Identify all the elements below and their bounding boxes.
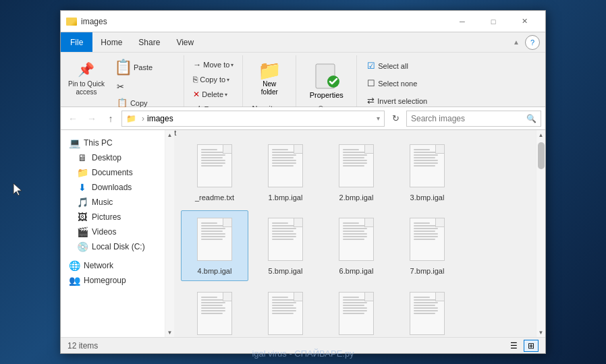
menu-bar: File Home Share View ▲ ? [61,32,545,53]
select-none-label: Select none [378,80,417,88]
file-icon [336,289,377,337]
properties-label: Properties [310,91,343,99]
sidebar-item-local-disk[interactable]: 💿 Local Disk (C:) [61,239,165,254]
clipboard-group: 📌 Pin to Quickaccess 📋 Paste [61,55,184,107]
copy-to-button[interactable]: ⎘ Copy to ▾ [190,73,237,86]
file-item[interactable]: 8.bmp.igal [181,284,248,337]
pin-to-quick-access-button[interactable]: 📌 Pin to Quickaccess [63,57,109,98]
file-icon [194,215,235,264]
refresh-button[interactable]: ↻ [387,111,404,127]
select-none-icon: ☐ [367,78,375,88]
this-pc-label: This PC [84,138,113,148]
address-path[interactable]: 📁 › images ▾ [121,111,385,127]
window-controls: ─ □ ✕ [447,11,540,32]
new-folder-icon: 📁 [258,61,281,80]
cut-button[interactable]: ✂ Cut [112,79,181,94]
file-icon [265,142,306,190]
copy-to-icon: ⎘ [193,75,198,84]
menu-file[interactable]: File [61,32,92,52]
move-icon: → [193,60,201,69]
properties-icon [310,61,343,91]
new-folder-button[interactable]: 📁 Newfolder [253,58,286,100]
file-name: 2.bmp.igal [339,193,374,202]
pictures-icon: 🖼 [77,212,88,222]
title-bar: images ─ □ ✕ [61,11,545,32]
explorer-window: images ─ □ ✕ File Home Share View ▲ ? [60,10,546,354]
invert-label: Invert selection [377,97,427,105]
sidebar-item-videos[interactable]: 🎬 Videos [61,224,165,239]
sidebar-item-downloads[interactable]: ⬇ Downloads [61,180,165,195]
this-pc-icon: 💻 [69,138,80,148]
scroll-thumb[interactable] [538,142,545,169]
select-all-button[interactable]: ☑ Select all [362,58,432,73]
sidebar-item-pictures[interactable]: 🖼 Pictures [61,210,165,224]
sidebar-item-music[interactable]: 🎵 Music [61,195,165,210]
file-item[interactable]: 11.bmp.igal [393,284,461,337]
file-item[interactable]: 10.bmp.igal [323,284,390,337]
file-item[interactable]: 3.bmp.igal [393,137,461,207]
sidebar-item-network[interactable]: 🌐 Network [61,258,165,273]
file-item[interactable]: 4.bmp.igal [181,210,248,280]
sidebar-scrollbar: ▲ ▼ [165,130,174,337]
sidebar-item-homegroup[interactable]: 👥 Homegroup [61,273,165,288]
copy-label: Copy [130,99,148,107]
maximize-button[interactable]: □ [478,11,509,32]
doc-icon [268,218,303,261]
search-input[interactable] [411,114,526,123]
ribbon: 📌 Pin to Quickaccess 📋 Paste [61,53,545,107]
file-item[interactable]: 1.bmp.igal [252,137,319,207]
file-item[interactable]: 6.bmp.igal [323,210,390,280]
items-count: 12 items [67,341,98,351]
forward-button[interactable]: → [84,111,100,127]
minimize-button[interactable]: ─ [447,11,478,32]
file-scroll-down[interactable]: ▼ [536,328,546,337]
search-icon[interactable]: 🔍 [526,114,536,123]
local-disk-icon: 💿 [77,241,88,252]
path-dropdown-arrow[interactable]: ▾ [377,115,380,122]
invert-selection-button[interactable]: ⇄ Invert selection [362,93,432,109]
paste-button[interactable]: 📋 Paste [111,57,181,78]
grid-view-button[interactable]: ⊞ [524,340,539,352]
up-button[interactable]: ↑ [103,111,119,127]
music-label: Music [92,198,113,207]
invert-icon: ⇄ [367,96,375,106]
file-item[interactable]: 5.bmp.igal [252,210,319,280]
documents-icon: 📁 [77,167,88,178]
move-to-button[interactable]: → Move to ▾ [190,58,237,71]
doc-icon [268,144,303,187]
select-none-button[interactable]: ☐ Select none [362,75,432,91]
sidebar-item-desktop[interactable]: 🖥 Desktop [61,150,165,165]
menu-home[interactable]: Home [92,32,130,52]
select-all-icon: ☑ [367,61,375,71]
delete-button[interactable]: ✕ Delete ▾ [190,88,237,101]
delete-dropdown-arrow: ▾ [225,92,227,98]
sidebar-item-this-pc[interactable]: 💻 This PC [61,135,165,150]
properties-button[interactable]: Properties [305,58,348,102]
file-item[interactable]: 7.bmp.igal [393,210,461,280]
back-button[interactable]: ← [65,111,81,127]
downloads-label: Downloads [92,183,132,192]
status-bar: 12 items ☰ ⊞ [61,337,545,353]
window-icon [66,16,77,27]
new-group: 📁 Newfolder New item ▾ New [243,55,296,107]
search-box[interactable]: 🔍 [406,111,541,127]
file-name: 5.bmp.igal [269,266,303,276]
file-item[interactable]: _readme.txt [181,137,248,207]
help-button[interactable]: ? [525,35,540,50]
file-name: 1.bmp.igal [269,193,303,202]
close-button[interactable]: ✕ [509,11,540,32]
menu-share[interactable]: Share [130,32,168,52]
sidebar-scroll-down[interactable]: ▼ [165,328,175,337]
delete-icon: ✕ [193,90,200,99]
doc-icon [339,218,374,261]
sidebar-item-documents[interactable]: 📁 Documents [61,165,165,180]
file-item[interactable]: 2.bmp.igal [323,137,390,207]
sidebar-scroll-up[interactable]: ▲ [165,130,175,140]
doc-icon [339,144,374,187]
menu-view[interactable]: View [168,32,202,52]
menu-collapse-arrow[interactable]: ▲ [513,38,520,46]
list-view-button[interactable]: ☰ [506,340,521,352]
file-scroll-up[interactable]: ▲ [536,130,546,140]
file-name: _readme.txt [195,193,234,202]
file-item[interactable]: 9.bmp.igal [252,284,319,337]
